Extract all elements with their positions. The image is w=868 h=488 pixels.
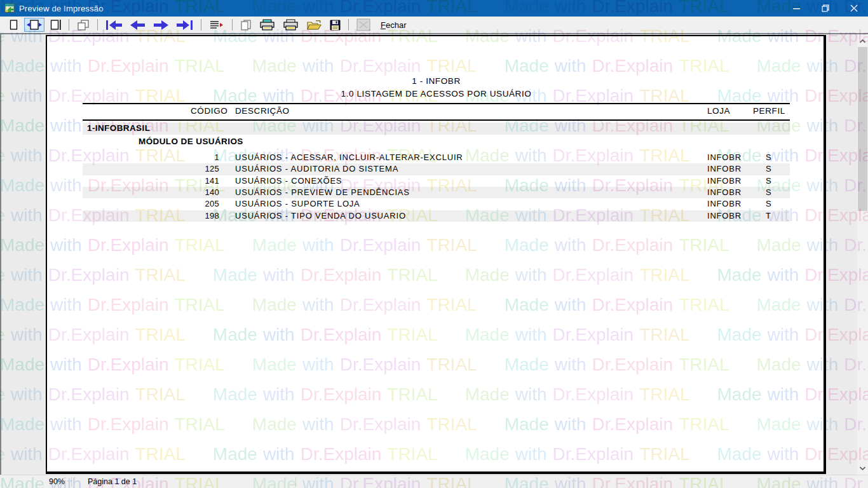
cell-descricao: USUÁRIOS - PREVIEW DE PENDÊNCIAS xyxy=(235,187,410,197)
column-header-perfil: PERFIL xyxy=(753,106,785,116)
toolbar-separator xyxy=(97,19,98,30)
cell-descricao: USUÁRIOS - TIPO VENDA DO USUARIO xyxy=(235,211,406,220)
report-page: 1 - INFOBR 1.0 LISTAGEM DE ACESSOS POR U… xyxy=(46,35,826,474)
table-row: 198 USUÁRIOS - TIPO VENDA DO USUARIO INF… xyxy=(83,210,790,222)
group-row-module: MÓDULO DE USUÁRIOS xyxy=(83,136,790,148)
save-icon xyxy=(330,20,341,30)
app-icon xyxy=(4,3,15,13)
cell-codigo: 198 xyxy=(159,211,219,220)
cell-perfil: S xyxy=(766,187,771,197)
cell-descricao: USUÁRIOS - SUPORTE LOJA xyxy=(235,199,360,208)
open-button[interactable] xyxy=(304,18,324,32)
table-row: 205 USUÁRIOS - SUPORTE LOJA INFOBR S xyxy=(83,198,790,210)
status-bar: 90% Página 1 de 1 xyxy=(0,475,868,488)
first-page-icon xyxy=(105,20,123,30)
view-page-width-button[interactable] xyxy=(47,18,64,32)
cell-loja: INFOBR xyxy=(707,187,742,197)
column-header-descricao: DESCRIÇÃO xyxy=(235,106,290,116)
next-page-button[interactable] xyxy=(151,18,171,32)
report-title-line1: 1 - INFOBR xyxy=(83,76,790,86)
last-page-icon xyxy=(176,20,193,30)
toolbar-separator xyxy=(201,19,201,30)
cell-perfil: S xyxy=(766,152,771,162)
table-row: 125 USUÁRIOS - AUDITORIA DO SISTEMA INFO… xyxy=(83,163,790,175)
save-button[interactable] xyxy=(327,18,343,32)
cell-loja: INFOBR xyxy=(707,211,742,220)
rule-top xyxy=(83,103,790,104)
scroll-down-icon[interactable] xyxy=(857,463,868,473)
toolbar-separator xyxy=(348,19,349,30)
column-header-codigo: CÓDIGO xyxy=(191,106,227,116)
first-page-button[interactable] xyxy=(103,18,125,32)
view-whole-page-button[interactable] xyxy=(5,18,22,32)
report-title-line2: 1.0 LISTAGEM DE ACESSOS POR USUÁRIO xyxy=(83,89,790,98)
cell-descricao: USUÁRIOS - CONEXÕES xyxy=(235,176,342,186)
vertical-scrollbar[interactable] xyxy=(857,34,868,475)
cell-codigo: 205 xyxy=(159,199,219,208)
disabled-image-icon xyxy=(356,18,370,31)
minimize-button[interactable] xyxy=(782,0,811,17)
copy-page-icon xyxy=(240,20,252,30)
toolbar-separator xyxy=(232,19,233,30)
cell-loja: INFOBR xyxy=(707,199,742,208)
fit-width-icon xyxy=(27,20,42,30)
cell-loja: INFOBR xyxy=(707,164,742,173)
fechar-button[interactable]: Fechar xyxy=(374,20,412,30)
column-header-loja: LOJA xyxy=(707,106,730,116)
close-button[interactable] xyxy=(839,0,868,17)
print-setup-button[interactable] xyxy=(257,18,278,32)
fechar-label-initial: F xyxy=(381,20,386,30)
fechar-label-rest: echar xyxy=(386,20,407,30)
page-indicator: Página 1 de 1 xyxy=(72,477,295,486)
toolbar: Fechar xyxy=(0,17,868,33)
print-button[interactable] xyxy=(280,18,301,32)
restore-button[interactable] xyxy=(811,0,839,17)
scroll-up-icon[interactable] xyxy=(857,36,868,46)
cell-codigo: 140 xyxy=(159,187,219,197)
title-bar: Preview de Impressão xyxy=(0,0,868,17)
table-row: 141 USUÁRIOS - CONEXÕES INFOBR S xyxy=(83,175,790,187)
page-width-icon xyxy=(50,20,61,30)
printer-icon xyxy=(283,19,299,30)
cell-codigo: 141 xyxy=(159,176,219,186)
cell-perfil: S xyxy=(766,199,771,208)
multi-page-button[interactable] xyxy=(74,18,92,32)
next-page-icon xyxy=(153,20,168,30)
report-options-button[interactable] xyxy=(207,18,227,32)
open-folder-icon xyxy=(306,20,322,30)
previous-page-button[interactable] xyxy=(128,18,148,32)
previous-page-icon xyxy=(130,20,146,30)
export-button-disabled xyxy=(354,18,373,32)
cell-perfil: T xyxy=(766,211,771,220)
toolbar-separator xyxy=(69,19,69,30)
statusbar-separator xyxy=(295,477,296,487)
preview-area: 1 - INFOBR 1.0 LISTAGEM DE ACESSOS POR U… xyxy=(0,33,868,475)
table-row: 140 USUÁRIOS - PREVIEW DE PENDÊNCIAS INF… xyxy=(83,187,790,198)
group-label-module: MÓDULO DE USUÁRIOS xyxy=(139,137,243,146)
rule-header-bottom xyxy=(83,119,790,121)
report-options-icon xyxy=(209,20,224,30)
group-row-company: 1-INFOBRASIL xyxy=(83,123,790,135)
group-label-company: 1-INFOBRASIL xyxy=(87,123,150,133)
report-content: 1 - INFOBR 1.0 LISTAGEM DE ACESSOS POR U… xyxy=(83,36,790,471)
whole-page-icon xyxy=(10,20,18,30)
preview-window: Preview de Impressão xyxy=(0,0,868,488)
cell-codigo: 125 xyxy=(159,164,219,173)
table-row: 1 USUÁRIOS - ACESSAR, INCLUIR-ALTERAR-EX… xyxy=(83,152,790,163)
cell-codigo: 1 xyxy=(159,152,219,162)
window-title: Preview de Impressão xyxy=(19,4,104,13)
multi-page-icon xyxy=(77,20,90,30)
last-page-button[interactable] xyxy=(173,18,196,32)
scrollbar-thumb[interactable] xyxy=(858,47,867,211)
cell-loja: INFOBR xyxy=(707,176,742,186)
print-setup-icon xyxy=(259,19,275,30)
view-fit-width-button[interactable] xyxy=(24,18,44,32)
cell-descricao: USUÁRIOS - ACESSAR, INCLUIR-ALTERAR-EXCL… xyxy=(235,152,463,162)
cell-descricao: USUÁRIOS - AUDITORIA DO SISTEMA xyxy=(235,164,398,173)
cell-perfil: S xyxy=(766,164,771,173)
copy-page-button[interactable] xyxy=(238,18,254,32)
cell-perfil: S xyxy=(766,176,771,186)
cell-loja: INFOBR xyxy=(707,152,742,162)
zoom-level: 90% xyxy=(0,477,71,486)
